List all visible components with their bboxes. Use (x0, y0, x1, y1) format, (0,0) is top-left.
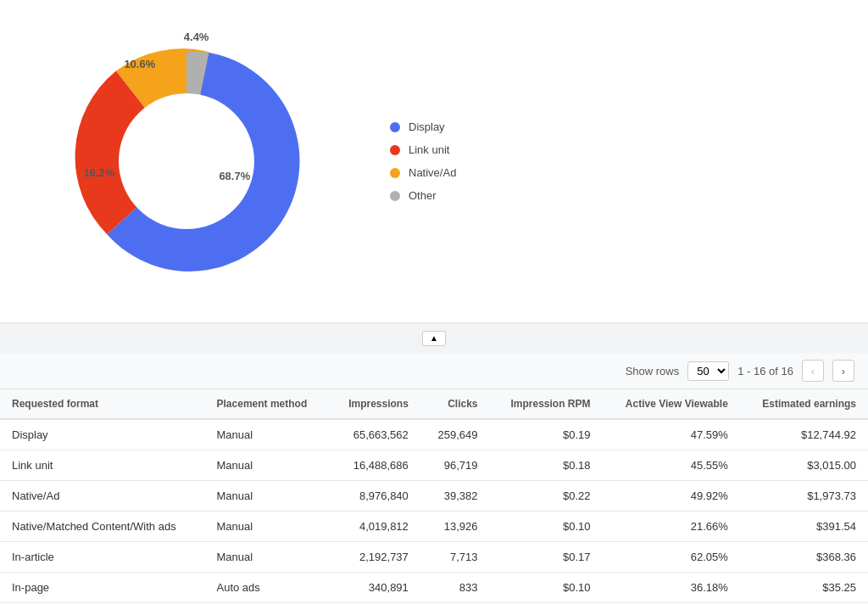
legend-label-linkunit: Link unit (409, 143, 449, 156)
cell-impressions: 340,891 (329, 573, 420, 603)
cell-clicks: 13,926 (420, 512, 490, 542)
cell-placement: Manual (205, 419, 330, 450)
table-row: Link unit Manual 16,488,686 96,719 $0.18… (0, 450, 868, 481)
cell-placement: Manual (205, 450, 330, 481)
cell-placement: Manual (205, 512, 330, 542)
segment-label-display: 68.7% (219, 170, 250, 182)
cell-format: Native/Matched Content/With ads (0, 512, 205, 542)
pagination-info: 1 - 16 of 16 (737, 365, 793, 378)
legend-item-linkunit: Link unit (390, 143, 456, 156)
cell-earnings: $12,744.92 (740, 419, 868, 450)
legend-label-other: Other (409, 189, 437, 202)
data-table: Requested format Placement method Impres… (0, 389, 868, 604)
cell-clicks: 96,719 (420, 450, 490, 481)
cell-viewable: 47.59% (603, 419, 740, 450)
cell-rpm: $0.22 (490, 481, 603, 512)
next-page-button[interactable]: › (832, 360, 854, 382)
cell-viewable: 21.66% (603, 512, 740, 542)
donut-chart: 68.7% 16.2% 10.6% 4.4% (51, 25, 322, 297)
col-header-rpm: Impression RPM (490, 389, 603, 419)
legend-dot-display (390, 122, 400, 132)
show-rows-label: Show rows (626, 365, 680, 378)
cell-impressions: 2,192,737 (329, 542, 420, 573)
col-header-earnings: Estimated earnings (740, 389, 868, 419)
cell-impressions: 4,019,812 (329, 512, 420, 542)
rows-per-page-select[interactable]: 50 (687, 361, 729, 381)
table-row: In-page Auto ads 340,891 833 $0.10 36.18… (0, 573, 868, 603)
cell-format: Display (0, 419, 205, 450)
cell-clicks: 833 (420, 573, 490, 603)
cell-earnings: $1,973.73 (740, 481, 868, 512)
cell-rpm: $0.10 (490, 512, 603, 542)
segment-label-nativead: 10.6% (124, 58, 155, 70)
table-header-row: Requested format Placement method Impres… (0, 389, 868, 419)
col-header-viewable: Active View Viewable (603, 389, 740, 419)
table-toolbar: Show rows 50 1 - 16 of 16 ‹ › (0, 353, 868, 389)
cell-rpm: $0.17 (490, 542, 603, 573)
cell-format: Link unit (0, 450, 205, 481)
col-header-clicks: Clicks (420, 389, 490, 419)
table-row: In-article Manual 2,192,737 7,713 $0.17 … (0, 542, 868, 573)
col-header-placement: Placement method (205, 389, 330, 419)
legend-item-nativead: Native/Ad (390, 166, 456, 179)
cell-clicks: 259,649 (420, 419, 490, 450)
legend-item-other: Other (390, 189, 456, 202)
cell-format: Native/Ad (0, 481, 205, 512)
cell-placement: Manual (205, 481, 330, 512)
legend-label-display: Display (409, 120, 445, 133)
legend-dot-linkunit (390, 145, 400, 155)
collapse-button[interactable]: ▲ (422, 331, 446, 346)
cell-rpm: $0.10 (490, 573, 603, 603)
chart-section: 68.7% 16.2% 10.6% 4.4% Display Link unit… (0, 0, 868, 322)
cell-placement: Auto ads (205, 573, 330, 603)
legend-label-nativead: Native/Ad (409, 166, 456, 179)
cell-rpm: $0.19 (490, 419, 603, 450)
cell-earnings: $391.54 (740, 512, 868, 542)
col-header-format: Requested format (0, 389, 205, 419)
prev-page-button[interactable]: ‹ (802, 360, 824, 382)
table-row: Native/Matched Content/With ads Manual 4… (0, 512, 868, 542)
cell-impressions: 16,488,686 (329, 450, 420, 481)
col-header-impressions: Impressions (329, 389, 420, 419)
table-row: Display Manual 65,663,562 259,649 $0.19 … (0, 419, 868, 450)
cell-clicks: 7,713 (420, 542, 490, 573)
cell-impressions: 65,663,562 (329, 419, 420, 450)
legend-dot-other (390, 191, 400, 201)
legend-item-display: Display (390, 120, 456, 133)
cell-earnings: $368.36 (740, 542, 868, 573)
cell-impressions: 8,976,840 (329, 481, 420, 512)
chart-legend: Display Link unit Native/Ad Other (390, 120, 456, 202)
cell-format: In-page (0, 573, 205, 603)
cell-earnings: $3,015.00 (740, 450, 868, 481)
legend-dot-nativead (390, 168, 400, 178)
cell-placement: Manual (205, 542, 330, 573)
cell-viewable: 49.92% (603, 481, 740, 512)
cell-format: In-article (0, 542, 205, 573)
svg-point-0 (119, 93, 254, 229)
table-section: Show rows 50 1 - 16 of 16 ‹ › Requested … (0, 353, 868, 604)
segment-label-linkunit: 16.2% (83, 166, 114, 179)
cell-earnings: $35.25 (740, 573, 868, 603)
cell-viewable: 62.05% (603, 542, 740, 573)
cell-viewable: 45.55% (603, 450, 740, 481)
divider-bar: ▲ (0, 322, 868, 353)
cell-viewable: 36.18% (603, 573, 740, 603)
table-row: Native/Ad Manual 8,976,840 39,382 $0.22 … (0, 481, 868, 512)
cell-rpm: $0.18 (490, 450, 603, 481)
segment-label-other: 4.4% (184, 31, 209, 43)
cell-clicks: 39,382 (420, 481, 490, 512)
